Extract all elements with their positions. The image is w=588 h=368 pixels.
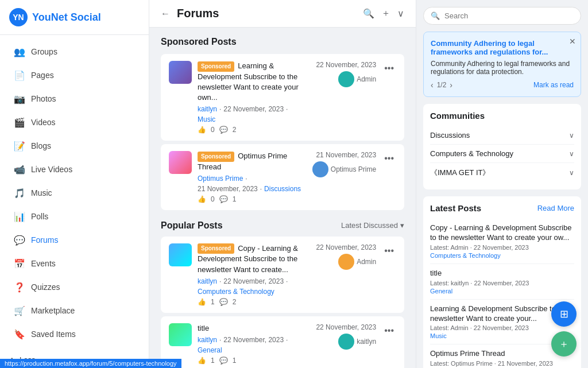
- chevron-down-icon: ∨: [569, 150, 574, 158]
- sidebar-item-quizzes[interactable]: ❓Quizzes: [5, 276, 144, 299]
- polls-icon: 📊: [14, 211, 25, 222]
- sponsored-badge: Sponsored: [198, 152, 234, 162]
- post-author-link[interactable]: kaitlyn: [198, 336, 217, 344]
- back-button[interactable]: ←: [161, 9, 170, 19]
- post-more-button[interactable]: •••: [382, 61, 396, 76]
- post-title: SponsoredCopy - Learning & Development S…: [198, 243, 301, 275]
- post-poster: Admin: [307, 71, 376, 87]
- latest-post-item[interactable]: title Latest: kaitlyn · 22 November, 202…: [430, 264, 574, 300]
- post-author-link[interactable]: kaitlyn: [198, 105, 217, 113]
- communities-section: Communities Discussions∨Computers & Tech…: [423, 104, 581, 189]
- post-author-link[interactable]: kaitlyn: [198, 277, 217, 285]
- latest-post-tag[interactable]: Computers & Technology: [430, 252, 574, 259]
- post-category-link[interactable]: Discussions: [264, 185, 301, 193]
- music-icon: 🎵: [14, 187, 25, 199]
- community-item[interactable]: 《IMMA GET IT》∨: [430, 163, 574, 183]
- app-name: YouNet Social: [32, 11, 101, 24]
- dot: ·: [286, 277, 288, 285]
- like-count: 0: [211, 195, 215, 203]
- like-count: 1: [211, 298, 215, 306]
- comment-count: 2: [233, 298, 237, 306]
- dot: ·: [219, 336, 221, 344]
- sidebar-item-pages[interactable]: 📄Pages: [5, 64, 144, 87]
- latest-post-item[interactable]: Copy - Learning & Development Subscribe …: [430, 219, 574, 264]
- blogs-icon: 📝: [14, 140, 25, 152]
- comment-count: 2: [233, 126, 237, 134]
- post-more-button[interactable]: •••: [382, 323, 396, 338]
- prev-notification-button[interactable]: ‹: [431, 80, 434, 90]
- sort-label: Latest Discussed: [341, 221, 398, 230]
- post-item[interactable]: SponsoredOptimus Prime Thread Optimus Pr…: [161, 144, 404, 210]
- poster-name: Optimus Prime: [331, 165, 376, 173]
- dot: ·: [219, 105, 221, 113]
- add-float-button[interactable]: ＋: [551, 331, 577, 357]
- sidebar-item-groups[interactable]: 👥Groups: [5, 40, 144, 63]
- apps-float-button[interactable]: ⊞: [551, 301, 577, 327]
- post-thumbnail: [169, 151, 192, 174]
- sidebar-item-saved-items[interactable]: 🔖Saved Items: [5, 323, 144, 346]
- sidebar-item-label: Polls: [31, 212, 48, 221]
- sidebar-item-marketplace[interactable]: 🛒Marketplace: [5, 299, 144, 322]
- mark-as-read-button[interactable]: Mark as read: [533, 81, 574, 89]
- post-date-info: 22 November, 2023 Admin: [307, 243, 376, 270]
- post-title: SponsoredOptimus Prime Thread: [198, 151, 301, 172]
- search-icon[interactable]: 🔍: [363, 8, 374, 19]
- sidebar-item-label: Blogs: [31, 141, 51, 150]
- like-icon: 👍: [198, 298, 206, 306]
- read-more-button[interactable]: Read More: [537, 204, 574, 212]
- forums-icon: 💬: [14, 234, 25, 246]
- community-name: Computers & Technology: [430, 149, 513, 158]
- page-header: ← Forums 🔍 ＋ ∨: [149, 0, 416, 28]
- popular-posts-list: SponsoredCopy - Learning & Development S…: [161, 237, 404, 368]
- notification-title: Community Adhering to legal frameworks a…: [431, 39, 574, 56]
- community-item[interactable]: Computers & Technology∨: [430, 145, 574, 163]
- like-icon: 👍: [198, 126, 206, 134]
- sidebar-item-photos[interactable]: 📷Photos: [5, 87, 144, 110]
- app-logo: YN YouNet Social: [0, 0, 149, 35]
- post-author-link[interactable]: Optimus Prime: [198, 175, 243, 183]
- latest-post-title: Copy - Learning & Development Subscribe …: [430, 223, 574, 243]
- post-category-link[interactable]: Music: [198, 115, 215, 123]
- search-input[interactable]: [444, 11, 574, 20]
- post-content: SponsoredLearning & Development Subscrib…: [198, 61, 301, 134]
- next-notification-button[interactable]: ›: [450, 80, 452, 90]
- search-box[interactable]: 🔍: [423, 7, 581, 25]
- post-content: SponsoredCopy - Learning & Development S…: [198, 243, 301, 306]
- poster-avatar: [338, 254, 354, 270]
- sidebar-item-forums[interactable]: 💬Forums: [5, 228, 144, 251]
- sidebar-item-label: Pages: [31, 71, 54, 80]
- sidebar-item-music[interactable]: 🎵Music: [5, 181, 144, 204]
- latest-post-tag[interactable]: General: [430, 288, 574, 295]
- sidebar-item-live-videos[interactable]: 📹Live Videos: [5, 158, 144, 181]
- popular-section-header: Popular Posts Latest Discussed ▾: [161, 220, 404, 231]
- sidebar-item-blogs[interactable]: 📝Blogs: [5, 134, 144, 157]
- sidebar-item-label: Photos: [31, 94, 56, 103]
- community-item[interactable]: Discussions∨: [430, 126, 574, 145]
- post-category-link[interactable]: Computers & Technology: [198, 288, 274, 296]
- post-thumbnail: [169, 61, 192, 84]
- sidebar: YN YouNet Social 👥Groups📄Pages📷Photos🎬Vi…: [0, 0, 149, 368]
- sidebar-item-label: Events: [31, 259, 56, 268]
- sidebar-item-videos[interactable]: 🎬Videos: [5, 111, 144, 134]
- chevron-down-icon: ▾: [400, 221, 404, 230]
- add-icon[interactable]: ＋: [381, 7, 390, 20]
- more-icon[interactable]: ∨: [397, 8, 404, 19]
- sort-dropdown[interactable]: Latest Discussed ▾: [341, 221, 404, 230]
- post-item[interactable]: title kaitlyn · 22 November, 2023 ·Gener…: [161, 316, 404, 368]
- notification-close-button[interactable]: ✕: [569, 37, 576, 46]
- saved-items-icon: 🔖: [14, 328, 25, 340]
- post-item[interactable]: SponsoredCopy - Learning & Development S…: [161, 237, 404, 313]
- search-icon: 🔍: [431, 11, 440, 20]
- latest-post-meta: Latest: Optimus Prime · 21 November, 202…: [430, 360, 574, 367]
- post-posted-date: 22 November, 2023: [307, 61, 376, 69]
- post-category-link[interactable]: General: [198, 346, 222, 354]
- videos-icon: 🎬: [14, 117, 25, 128]
- marketplace-icon: 🛒: [14, 305, 25, 316]
- post-more-button[interactable]: •••: [382, 151, 396, 166]
- post-item[interactable]: SponsoredLearning & Development Subscrib…: [161, 54, 404, 141]
- post-date: 22 November, 2023: [223, 336, 284, 344]
- status-bar: https://production.metafox.app/forum/5/c…: [0, 359, 181, 368]
- sidebar-item-events[interactable]: 📅Events: [5, 252, 144, 275]
- post-more-button[interactable]: •••: [382, 243, 396, 258]
- sidebar-item-polls[interactable]: 📊Polls: [5, 205, 144, 228]
